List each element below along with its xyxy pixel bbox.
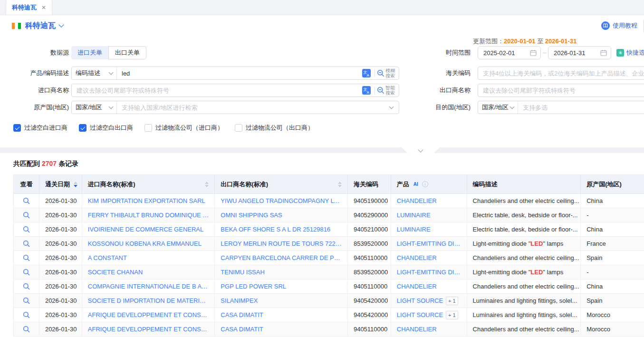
data-source-label: 数据源 [0,46,69,59]
fuzzy-search-toggle[interactable]: 模糊搜索 [377,68,397,78]
cell-date: 2026-01-30 [39,265,82,279]
tab-cote-divoire[interactable]: 科特迪瓦 ✕ [6,0,52,15]
product-link[interactable]: LIGHT-EMITTING DIODE [397,240,461,247]
view-magnifier-icon[interactable] [23,197,30,204]
calendar-icon [530,49,537,56]
view-magnifier-icon[interactable] [23,254,30,261]
cell-hs-code: 9405110000 [348,322,391,336]
product-link[interactable]: LIGHT SOURCE [397,297,443,304]
exporter-link[interactable]: CASA DIMATIT [221,326,263,333]
tutorial-link[interactable]: 使用教程 [601,21,637,30]
date-end-input[interactable]: 2026-01-31 [548,46,611,59]
exporter-link[interactable]: OMNI SHIPPING SAS [221,212,282,219]
cell-description: Electric table, desk, bedside or floor-.… [467,208,581,222]
header-origin-country: 原产国(地区) [581,175,644,193]
product-link[interactable]: LIGHT-EMITTING DIODE [397,269,461,276]
chevron-down-icon[interactable] [58,22,64,27]
view-magnifier-icon[interactable] [23,269,30,276]
quick-select-icon: ✳ [616,49,624,57]
product-link[interactable]: LUMINAIRE [397,212,431,219]
checkbox-filter-blank-importer[interactable]: 过滤空白进口商 [13,124,67,132]
exporter-link[interactable]: YIWU ANGELO TRADINGCOMPAGNY LTD [221,197,342,204]
sort-icon[interactable] [338,182,342,187]
importer-link[interactable]: IVOIRIENNE DE COMMERCE GENERAL [88,226,203,233]
table-row: 2026-01-30 SOCIETE D IMPORTATION DE MATE… [14,294,644,308]
checkbox-filter-logistics-importer[interactable]: 过滤物流公司（进口商） [144,124,223,132]
translate-icon[interactable]: 文A [362,86,371,95]
header-date[interactable]: 通关日期 [39,175,82,193]
cell-description: Electric table, desk, bedside or floor-.… [467,222,581,236]
dest-mode-select[interactable]: 国家/地区 [478,101,518,114]
cell-description: Chandeliers and other electric ceiling..… [467,194,581,208]
cell-origin-country: Morocco [581,308,644,322]
importer-link[interactable]: KIM IMPORTATION EXPORTATION SARL [88,197,205,204]
header-product: 产品 AI i [391,175,467,193]
product-link[interactable]: CHANDELIER [397,197,437,204]
importer-link[interactable]: AFRIQUE DEVELOPPEMENT ET CONSTRUCT... [88,326,209,333]
checkbox-filter-logistics-exporter[interactable]: 过滤物流公司（出口商） [235,124,314,132]
date-start-input[interactable]: 2025-02-01 [478,46,541,59]
sort-icon[interactable] [205,182,209,187]
origin-country-input[interactable] [117,101,390,114]
product-link[interactable]: LUMINAIRE [397,226,431,233]
quick-select-button[interactable]: ✳ 快捷选 [616,46,644,59]
table-row: 2026-01-30 AFRIQUE DEVELOPPEMENT ET CONS… [14,308,644,322]
exporter-link[interactable]: SILANIMPEX [221,297,258,304]
exporter-link[interactable]: CARPYEN BARCELONA CARRER DE PERE IV [221,254,342,261]
importer-link[interactable]: SOCIETE D IMPORTATION DE MATERIAUX E... [88,297,209,304]
origin-mode-select[interactable]: 国家/地区 [72,101,117,114]
checkbox-icon [13,124,21,132]
importer-link[interactable]: COMPAGNIE INTERNATIONALE DE B A T E R [88,283,209,290]
cell-description: Chandeliers and other electric ceiling..… [467,322,581,336]
exporter-link[interactable]: CASA DIMATIT [221,311,263,318]
header-importer[interactable]: 进口商名称(标准) [82,175,215,193]
product-link[interactable]: CHANDELIER [397,254,437,261]
view-magnifier-icon[interactable] [23,212,30,219]
book-icon [601,21,610,30]
dest-country-group: 国家/地区 [478,101,644,114]
view-magnifier-icon[interactable] [23,283,30,290]
product-search-input[interactable] [117,67,360,79]
hs-code-input[interactable] [478,67,644,79]
svg-text:A: A [367,73,370,77]
smart-search-toggle[interactable]: 智能搜索 [377,85,397,96]
import-declaration-tab[interactable]: 进口关单 [71,46,108,59]
close-icon[interactable]: ✕ [41,4,46,11]
product-extra-badge[interactable]: + 1 [446,297,458,305]
view-magnifier-icon[interactable] [23,311,30,318]
dest-country-input[interactable] [518,101,644,114]
magnifier-minus-icon [377,87,384,94]
sort-icon[interactable] [74,182,77,187]
importer-link[interactable]: A CONSTANT [88,254,127,261]
table-row: 2026-01-30 COMPAGNIE INTERNATIONALE DE B… [14,279,644,294]
checkbox-filter-blank-exporter[interactable]: 过滤空白出口商 [79,124,133,132]
product-link[interactable]: CHANDELIER [397,326,437,333]
exporter-input[interactable] [478,84,644,96]
importer-link[interactable]: SOCIETE CHANAN [88,269,143,276]
product-extra-badge[interactable]: + 1 [446,311,458,319]
view-magnifier-icon[interactable] [23,326,30,333]
translate-icon[interactable]: 文A [362,69,371,77]
table-header: 查看 通关日期 进口商名称(标准) 出口商名称(标准) 海关编码 产品 AI [14,175,644,194]
product-mode-select[interactable]: 编码描述 [72,67,117,79]
header-exporter[interactable]: 出口商名称(标准) [215,175,348,193]
view-magnifier-icon[interactable] [23,297,30,304]
export-declaration-tab[interactable]: 出口关单 [108,46,146,59]
exporter-link[interactable]: LEROY MERLIN ROUTE DE TOURS 72230 M [221,240,342,247]
importer-link[interactable]: FERRY THIBAULT BRUNO DOMINIQUE THO... [88,212,209,219]
exporter-link[interactable]: PGP LED POWER SRL [221,283,286,290]
product-link[interactable]: LIGHT SOURCE [397,311,443,318]
importer-link[interactable]: AFRIQUE DEVELOPPEMENT ET CONSTRUCT... [88,311,209,318]
exporter-link[interactable]: BEKA OFF SHORE S A L DR 25129816 [221,226,330,233]
tutorial-label: 使用教程 [613,21,637,30]
hs-code-group [478,67,644,80]
cell-hs-code: 8539520000 [348,237,391,250]
view-magnifier-icon[interactable] [23,226,30,233]
exporter-link[interactable]: TENIMU ISSAH [221,269,264,276]
info-icon[interactable]: i [422,181,428,187]
dest-country-label: 目的国(地区) [406,101,471,114]
importer-link[interactable]: KOSSONOU KOBENA KRA EMMANUEL [88,240,202,247]
view-magnifier-icon[interactable] [23,240,30,247]
product-link[interactable]: CHANDELIER [397,283,437,290]
importer-input[interactable] [72,84,360,96]
